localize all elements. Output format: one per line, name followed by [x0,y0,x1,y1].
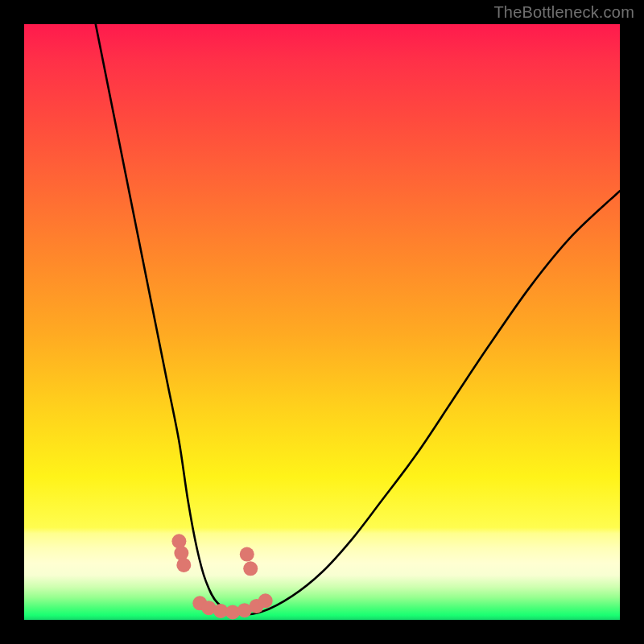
highlight-markers [171,534,272,619]
marker-dot [258,593,273,608]
curve-layer [24,24,620,620]
marker-dot [243,561,258,576]
bottleneck-curve [96,24,620,614]
chart-stage: TheBottleneck.com [0,0,644,644]
marker-dot [176,558,191,572]
watermark-text: TheBottleneck.com [493,3,634,22]
marker-dot [171,534,186,548]
plot-area [24,24,620,620]
marker-dot [174,546,188,560]
marker-dot [240,547,254,562]
